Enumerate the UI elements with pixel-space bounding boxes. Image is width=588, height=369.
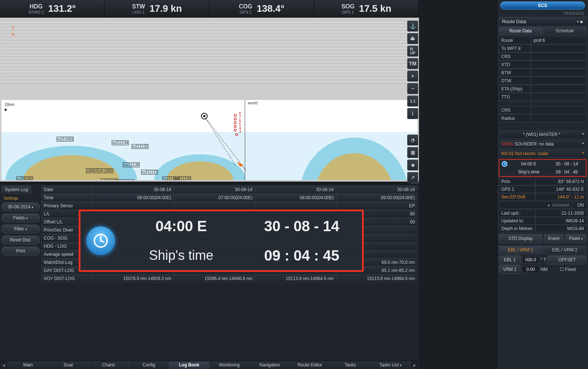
metric-sog[interactable]: SOGGPS 1 17.5 kn bbox=[314, 0, 419, 17]
time-box: 04:00 E 30 - 08 - 14 Ship's time 09 : 04… bbox=[499, 159, 587, 177]
autoload-row[interactable]: ▾ Autoload ON bbox=[499, 201, 587, 209]
std-display-button[interactable]: STD Display bbox=[499, 234, 542, 243]
chart-cell-label: ru211143 bbox=[174, 176, 191, 180]
world-label: world bbox=[247, 101, 258, 105]
event-button[interactable]: Event bbox=[544, 234, 564, 243]
col-header: 30-08-14 bbox=[93, 186, 174, 194]
col-header: 08:00:00(04:00E) bbox=[255, 194, 336, 202]
map-tool-1[interactable]: ⛴ bbox=[407, 33, 418, 44]
svg-point-7 bbox=[234, 125, 236, 128]
map-tool-2[interactable]: NUP bbox=[407, 46, 418, 57]
overlay-label: Ship's time bbox=[121, 248, 241, 263]
ebl1-value[interactable]: 000.0 bbox=[522, 256, 539, 264]
ebl1-button[interactable]: EBL 1 bbox=[499, 255, 521, 264]
timezone-value: 04:00 E bbox=[510, 160, 548, 168]
bottom-tab-route-editor[interactable]: Route Editor bbox=[290, 361, 330, 369]
bottom-tab-charts[interactable]: Charts bbox=[89, 361, 129, 369]
vrm1-value[interactable]: 0.00 bbox=[522, 266, 539, 273]
chart-cell-label: ru211136 bbox=[123, 162, 140, 167]
filter-button[interactable]: Filter ▾ bbox=[1, 225, 40, 233]
scale-status[interactable]: NS-01 Not recom. scale▾ bbox=[499, 150, 587, 158]
bottom-tab-navigation[interactable]: Navigation bbox=[250, 361, 290, 369]
ecs-button[interactable]: ECS bbox=[500, 1, 585, 10]
metric-cog[interactable]: COGGPS 1 138.4° bbox=[209, 0, 314, 17]
map-tools: ⚓⛴NUPTM+−1:1i◔▥◆↗ bbox=[407, 21, 419, 183]
fixed-button[interactable]: Fixed ▾ bbox=[565, 234, 587, 243]
map-tool-5[interactable]: − bbox=[407, 83, 418, 94]
col-header: 09:00:00(04:00E) bbox=[336, 194, 417, 202]
chart-cell-label: ru211137 bbox=[141, 170, 158, 175]
ships-time-value: 09 : 04 : 45 bbox=[548, 168, 586, 176]
sens-status[interactable]: SENS SOUNDER: no data▾ bbox=[499, 140, 587, 148]
vrm1-button[interactable]: VRM 1 bbox=[499, 265, 521, 274]
print-button[interactable]: Print bbox=[1, 247, 40, 255]
log-cell: 15078.9 nm-14929.3 nm bbox=[93, 275, 174, 283]
svg-point-4 bbox=[234, 114, 236, 117]
position-row: Prim83° 59.872 N bbox=[499, 178, 587, 185]
col-header: Date bbox=[41, 186, 93, 194]
map-tool-lower-3[interactable]: ↗ bbox=[407, 172, 418, 183]
map-tool-6[interactable]: 1:1 bbox=[407, 96, 418, 107]
tab-ebl-vrm-1[interactable]: EBL / VRM 1 bbox=[499, 246, 542, 254]
bottom-tab-monitoring[interactable]: Monitoring bbox=[209, 361, 250, 369]
log-cell bbox=[174, 202, 255, 210]
map-tool-lower-1[interactable]: ▥ bbox=[407, 147, 418, 158]
master-status[interactable]: * (W01) MASTER *▾ bbox=[499, 130, 587, 139]
map-tool-0[interactable]: ⚓ bbox=[407, 21, 418, 32]
brand-logo: TRANSAS bbox=[501, 11, 584, 15]
route-data-table: Routeprof 6To WPT 8CRSXTDBTWDTWETA (Ship… bbox=[499, 36, 587, 101]
ebl1-unit: ° T bbox=[541, 257, 546, 262]
row-header: VOY DIST-LOG bbox=[41, 275, 93, 283]
meta-row: Last upd.:22-11-2005 bbox=[499, 209, 587, 217]
bottom-tab-config[interactable]: Config bbox=[129, 361, 169, 369]
svg-point-8 bbox=[234, 129, 236, 131]
position-row: Sec:EP:Drift144.0° - 11 m bbox=[499, 193, 587, 201]
date-value: 30 - 08 - 14 bbox=[548, 160, 586, 168]
waypoint-marker: 3 bbox=[238, 129, 242, 134]
chart-display[interactable]: ↑N world 10nm ■ 876543 ru211063ru bbox=[0, 18, 419, 182]
chart-cell-label: ru211134 bbox=[112, 140, 129, 145]
dropdown-icon[interactable]: ▾ ▣ bbox=[577, 20, 583, 24]
map-tool-lower-2[interactable]: ◆ bbox=[407, 160, 418, 171]
settings-label: Settings bbox=[1, 196, 40, 200]
fields-button[interactable]: Fields ▾ bbox=[1, 214, 40, 222]
bottom-tab-tasks-list[interactable]: Tasks List ▾ bbox=[370, 361, 411, 369]
tab-schedule[interactable]: Schedule bbox=[543, 27, 587, 35]
offset-button[interactable]: OFFSET bbox=[548, 255, 587, 264]
metric-hdg[interactable]: HDGGYRO 1 131.2° bbox=[0, 0, 105, 17]
tab-ebl-vrm-2[interactable]: EBL / VRM 2 bbox=[543, 246, 587, 254]
clock-icon bbox=[86, 226, 115, 255]
tab-system-log[interactable]: System Log bbox=[1, 186, 31, 194]
log-cell: 15096.4 nm-14946.9 nm bbox=[174, 275, 255, 283]
bottom-tab-log-book[interactable]: Log Book bbox=[169, 361, 209, 369]
log-cell: 15113.8 nm-14964.5 nm bbox=[336, 275, 417, 283]
reset-dist-button[interactable]: Reset Dist. bbox=[1, 236, 40, 244]
panel-header-route-data[interactable]: Route Data ▾ ▣ bbox=[499, 17, 587, 26]
route-field: To WPT 8 bbox=[499, 44, 587, 53]
fixed-checkbox[interactable]: ☐ bbox=[560, 267, 564, 272]
metric-stw[interactable]: STWLOG 1 17.9 kn bbox=[105, 0, 209, 17]
clock-icon bbox=[499, 160, 510, 168]
route-field: Radius bbox=[499, 114, 587, 122]
bottom-tab-bar: ◀ MainDualChartsConfigLog BookMonitoring… bbox=[0, 361, 419, 369]
chart-cell-label: ru211135 bbox=[132, 144, 148, 149]
map-tool-3[interactable]: TM bbox=[407, 58, 418, 69]
overlay-timezone: 04:00 E bbox=[121, 218, 241, 234]
tab-route-data[interactable]: Route Data bbox=[499, 27, 542, 35]
bottom-tab-tasks[interactable]: Tasks bbox=[330, 361, 371, 369]
bottom-tab-dual[interactable]: Dual bbox=[49, 361, 89, 369]
route-field: XTD bbox=[499, 61, 587, 69]
chart-area[interactable]: world 10nm ■ 876543 ru211063ru211134ru21… bbox=[1, 100, 417, 180]
map-tool-7[interactable]: i bbox=[407, 108, 418, 119]
col-header: 30-08-14 bbox=[255, 186, 336, 194]
map-tool-4[interactable]: + bbox=[407, 71, 418, 82]
next-tab-button[interactable]: ▶ bbox=[411, 361, 419, 369]
bottom-tab-main[interactable]: Main bbox=[8, 361, 49, 369]
prev-tab-button[interactable]: ◀ bbox=[0, 361, 8, 369]
svg-point-5 bbox=[234, 118, 236, 120]
right-panel: ECS TRANSAS Route Data ▾ ▣ Route Data Sc… bbox=[497, 0, 588, 369]
route-field: TTG bbox=[499, 93, 587, 101]
route-field: CRS bbox=[499, 53, 587, 61]
date-selector[interactable]: 30-08-2014 ▾ bbox=[1, 203, 40, 211]
map-tool-lower-0[interactable]: ◔ bbox=[407, 135, 418, 146]
